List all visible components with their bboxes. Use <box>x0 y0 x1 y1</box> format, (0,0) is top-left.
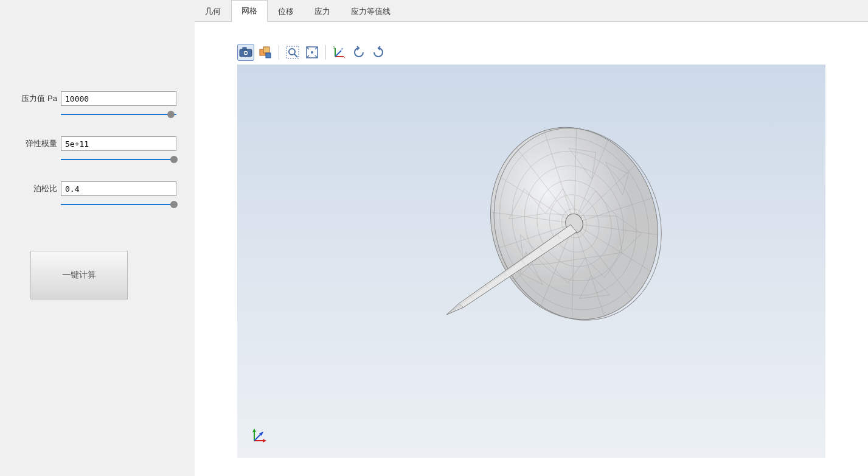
tab-3[interactable]: 应力 <box>304 1 341 22</box>
content-area: yxz <box>195 22 868 476</box>
main-panel: 几何网格位移应力应力等值线 yxz <box>195 0 868 476</box>
svg-point-11 <box>311 51 313 54</box>
svg-rect-6 <box>266 53 271 58</box>
axis-triad-icon <box>249 427 268 446</box>
elastic-input[interactable] <box>61 136 176 151</box>
svg-line-9 <box>294 54 297 57</box>
mesh-model <box>386 120 678 363</box>
tab-bar: 几何网格位移应力应力等值线 <box>195 0 868 22</box>
svg-marker-45 <box>263 439 266 443</box>
param-poisson-ratio: 泊松比 <box>18 181 176 208</box>
pressure-label: 压力值 Pa <box>18 93 57 104</box>
svg-line-14 <box>335 51 341 57</box>
rotate-left-icon[interactable] <box>350 44 367 61</box>
elastic-slider[interactable] <box>61 156 176 163</box>
zoom-window-icon[interactable] <box>284 44 301 61</box>
viewport-3d[interactable] <box>237 65 825 458</box>
toolbar-divider <box>279 45 279 60</box>
poisson-input[interactable] <box>61 181 176 196</box>
viewport-toolbar: yxz <box>237 40 825 65</box>
pressure-input[interactable] <box>61 91 176 106</box>
axes-icon[interactable]: yxz <box>331 44 348 61</box>
tab-4[interactable]: 应力等值线 <box>341 1 401 22</box>
poisson-slider[interactable] <box>61 201 176 208</box>
sidebar: 压力值 Pa 弹性模量 泊松比 <box>0 0 195 476</box>
calculate-button[interactable]: 一键计算 <box>30 251 128 299</box>
tab-2[interactable]: 位移 <box>268 1 304 22</box>
tab-1[interactable]: 网格 <box>231 0 268 22</box>
toolbar-divider <box>325 45 326 60</box>
zoom-extents-icon[interactable] <box>304 44 321 61</box>
svg-rect-1 <box>243 47 246 50</box>
poisson-label: 泊松比 <box>18 183 57 194</box>
view-cube-icon[interactable] <box>257 44 274 61</box>
tab-0[interactable]: 几何 <box>195 1 231 22</box>
svg-point-8 <box>289 49 295 55</box>
svg-marker-43 <box>252 429 256 432</box>
svg-text:z: z <box>341 47 343 51</box>
camera-icon[interactable] <box>237 44 254 61</box>
svg-text:x: x <box>344 55 345 59</box>
rotate-right-icon[interactable] <box>370 44 387 61</box>
pressure-slider[interactable] <box>61 111 176 118</box>
svg-rect-5 <box>263 47 269 53</box>
param-elastic-modulus: 弹性模量 <box>18 136 176 163</box>
param-pressure: 压力值 Pa <box>18 91 176 118</box>
svg-text:y: y <box>333 46 335 49</box>
elastic-label: 弹性模量 <box>18 138 57 149</box>
svg-point-3 <box>245 52 247 54</box>
